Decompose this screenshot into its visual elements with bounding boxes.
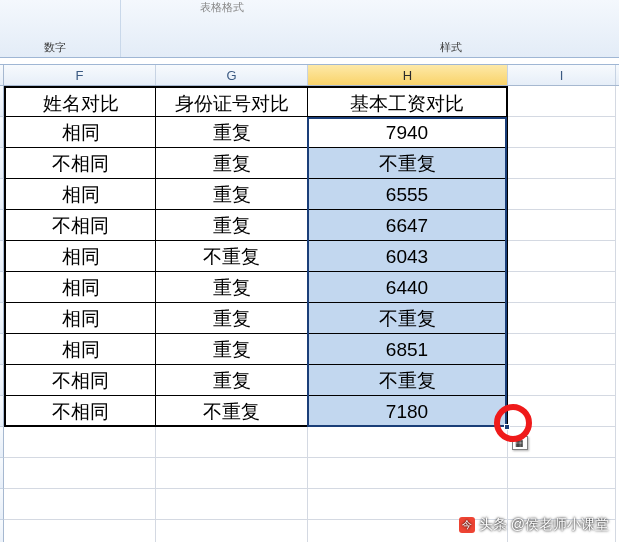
cell-empty[interactable] bbox=[508, 210, 616, 241]
watermark: 今 头条 @侯老师小课堂 bbox=[459, 516, 609, 534]
autofill-options-button[interactable]: ▦ bbox=[512, 436, 528, 450]
table-row: 不相同 重复 6647 bbox=[0, 210, 619, 241]
table-row: 相同 重复 6440 bbox=[0, 272, 619, 303]
cell-selected[interactable]: 不重复 bbox=[308, 303, 508, 334]
table-row: 不相同 重复 不重复 bbox=[0, 365, 619, 396]
cell[interactable]: 重复 bbox=[156, 148, 308, 179]
cell-empty[interactable] bbox=[508, 334, 616, 365]
cell[interactable]: 不重复 bbox=[156, 396, 308, 427]
cell[interactable]: 重复 bbox=[156, 179, 308, 210]
table-row-empty bbox=[0, 458, 619, 489]
cell[interactable]: 相同 bbox=[4, 117, 156, 148]
cell-selected[interactable]: 6555 bbox=[308, 179, 508, 210]
watermark-prefix: 头条 bbox=[479, 516, 507, 534]
cell-selected[interactable]: 6647 bbox=[308, 210, 508, 241]
col-header-G[interactable]: G bbox=[156, 65, 308, 85]
watermark-author: @侯老师小课堂 bbox=[511, 516, 609, 534]
cell-empty[interactable] bbox=[508, 303, 616, 334]
col-header-F[interactable]: F bbox=[4, 65, 156, 85]
cell-empty[interactable] bbox=[156, 489, 308, 520]
cell[interactable]: 重复 bbox=[156, 117, 308, 148]
cell-empty[interactable] bbox=[508, 241, 616, 272]
cell[interactable]: 重复 bbox=[156, 272, 308, 303]
watermark-logo-icon: 今 bbox=[459, 517, 475, 533]
cell-empty[interactable] bbox=[4, 489, 156, 520]
ribbon-group-style: 样式 bbox=[440, 40, 462, 55]
spreadsheet[interactable]: F G H I 姓名对比 身份证号对比 基本工资对比 相同 重复 7940 不相… bbox=[0, 64, 619, 542]
cell[interactable]: 相同 bbox=[4, 241, 156, 272]
cell-empty[interactable] bbox=[508, 365, 616, 396]
cell-empty[interactable] bbox=[156, 458, 308, 489]
column-headers: F G H I bbox=[0, 64, 619, 86]
header-cell-name[interactable]: 姓名对比 bbox=[4, 86, 156, 117]
cell[interactable]: 相同 bbox=[4, 303, 156, 334]
cell-selected[interactable]: 6043 bbox=[308, 241, 508, 272]
cell-selected[interactable]: 不重复 bbox=[308, 148, 508, 179]
cell-empty[interactable] bbox=[156, 520, 308, 542]
cell-selected[interactable]: 6851 bbox=[308, 334, 508, 365]
cell[interactable]: 不相同 bbox=[4, 210, 156, 241]
cell-empty[interactable] bbox=[508, 396, 616, 427]
col-header-I[interactable]: I bbox=[508, 65, 616, 85]
cell-empty[interactable] bbox=[4, 458, 156, 489]
cell[interactable]: 不重复 bbox=[156, 241, 308, 272]
cell[interactable]: 重复 bbox=[156, 210, 308, 241]
table-row: 不相同 重复 不重复 bbox=[0, 148, 619, 179]
cell-empty[interactable] bbox=[508, 179, 616, 210]
cell[interactable]: 重复 bbox=[156, 334, 308, 365]
table-row: 相同 重复 6555 bbox=[0, 179, 619, 210]
table-row: 相同 重复 7940 bbox=[0, 117, 619, 148]
table-row: 相同 不重复 6043 bbox=[0, 241, 619, 272]
cell[interactable]: 相同 bbox=[4, 179, 156, 210]
cell[interactable]: 相同 bbox=[4, 334, 156, 365]
cell-empty[interactable] bbox=[508, 148, 616, 179]
cell-selected-active[interactable]: 7940 bbox=[308, 117, 508, 148]
cell-empty[interactable] bbox=[508, 458, 616, 489]
cell[interactable]: 相同 bbox=[4, 272, 156, 303]
table-header-row: 姓名对比 身份证号对比 基本工资对比 bbox=[0, 86, 619, 117]
cell-empty[interactable] bbox=[308, 427, 508, 458]
cell[interactable]: 不相同 bbox=[4, 396, 156, 427]
table-row: 相同 重复 不重复 bbox=[0, 303, 619, 334]
cell[interactable]: 不相同 bbox=[4, 148, 156, 179]
cell-selected[interactable]: 不重复 bbox=[308, 365, 508, 396]
cell-empty[interactable] bbox=[508, 272, 616, 303]
cell[interactable]: 重复 bbox=[156, 303, 308, 334]
cell[interactable]: 不相同 bbox=[4, 365, 156, 396]
header-cell-salary[interactable]: 基本工资对比 bbox=[308, 86, 508, 117]
cell-empty[interactable] bbox=[508, 86, 616, 117]
cell-empty[interactable] bbox=[4, 520, 156, 542]
grid[interactable]: 姓名对比 身份证号对比 基本工资对比 相同 重复 7940 不相同 重复 不重复… bbox=[0, 86, 619, 542]
table-row: 不相同 不重复 7180 bbox=[0, 396, 619, 427]
table-row: 相同 重复 6851 bbox=[0, 334, 619, 365]
fill-handle[interactable] bbox=[504, 424, 510, 430]
cell-empty[interactable] bbox=[4, 427, 156, 458]
ribbon-group-number: 数字 bbox=[44, 40, 66, 55]
cell-empty[interactable] bbox=[156, 427, 308, 458]
cell-empty[interactable] bbox=[508, 117, 616, 148]
cell-selected[interactable]: 6440 bbox=[308, 272, 508, 303]
ribbon: 表格格式 数字 样式 bbox=[0, 0, 619, 58]
cell-selected[interactable]: 7180 bbox=[308, 396, 508, 427]
ribbon-separator bbox=[120, 0, 121, 57]
ribbon-truncated-label: 表格格式 bbox=[200, 0, 244, 15]
header-cell-id[interactable]: 身份证号对比 bbox=[156, 86, 308, 117]
cell-empty[interactable] bbox=[308, 458, 508, 489]
col-header-H[interactable]: H bbox=[308, 65, 508, 85]
cell[interactable]: 重复 bbox=[156, 365, 308, 396]
